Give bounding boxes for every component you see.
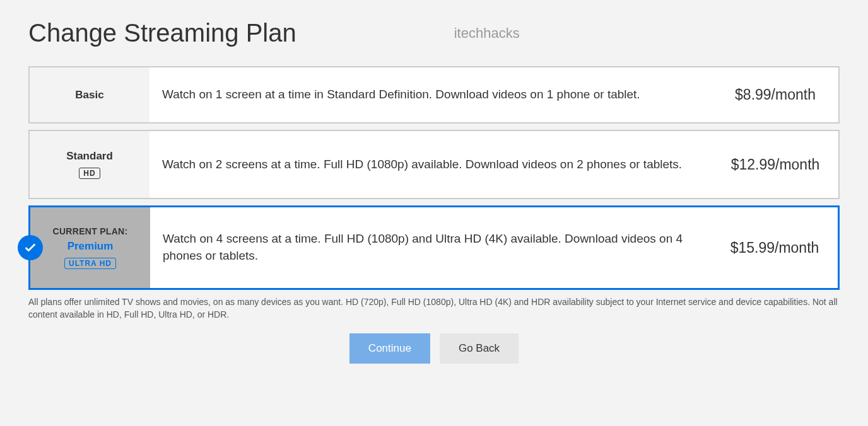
go-back-button[interactable]: Go Back (440, 333, 519, 364)
watermark-text: itechhacks (454, 25, 520, 42)
plan-name-cell: Standard HD (30, 131, 150, 198)
plan-card-premium[interactable]: CURRENT PLAN: Premium ULTRA HD Watch on … (28, 205, 840, 290)
plan-name: Standard (66, 150, 113, 163)
plan-card-basic[interactable]: Basic Watch on 1 screen at a time in Sta… (28, 66, 840, 124)
plan-name-cell: CURRENT PLAN: Premium ULTRA HD (30, 207, 150, 288)
plan-description: Watch on 1 screen at a time in Standard … (150, 67, 712, 122)
disclaimer-text: All plans offer unlimited TV shows and m… (28, 296, 840, 321)
ultra-hd-badge: ULTRA HD (64, 258, 116, 269)
plan-name-cell: Basic (30, 67, 150, 122)
plan-card-standard[interactable]: Standard HD Watch on 2 screens at a time… (28, 130, 840, 199)
plan-description: Watch on 4 screens at a time. Full HD (1… (150, 207, 712, 288)
plan-price: $15.99/month (712, 207, 838, 288)
button-row: Continue Go Back (28, 333, 840, 364)
checkmark-icon (18, 235, 43, 260)
continue-button[interactable]: Continue (349, 333, 430, 364)
current-plan-label: CURRENT PLAN: (52, 226, 127, 236)
plan-price: $12.99/month (712, 131, 838, 198)
header-row: Change Streaming Plan itechhacks (28, 19, 840, 47)
page-title: Change Streaming Plan (28, 19, 296, 47)
plan-description: Watch on 2 screens at a time. Full HD (1… (150, 131, 712, 198)
plan-name: Premium (67, 240, 114, 253)
plan-price: $8.99/month (712, 67, 838, 122)
hd-badge: HD (79, 168, 100, 179)
plan-name: Basic (75, 89, 103, 101)
